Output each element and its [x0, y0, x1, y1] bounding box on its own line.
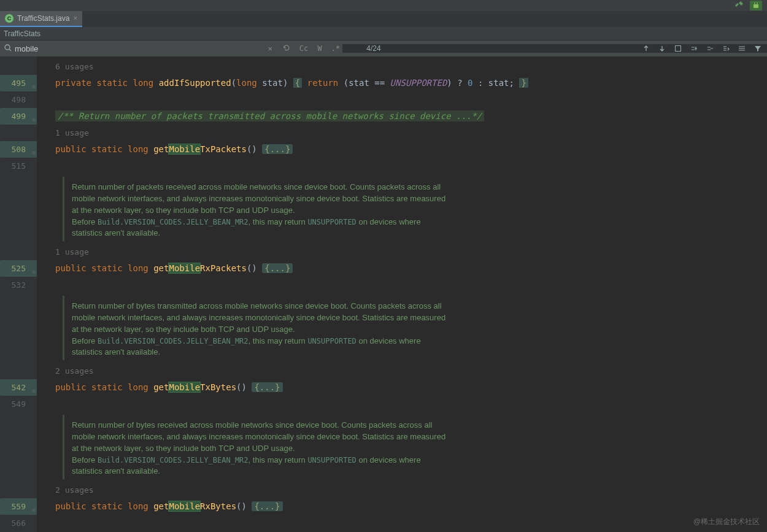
watermark: @稀土掘金技术社区	[693, 517, 760, 527]
svg-point-1	[754, 2, 755, 4]
select-all-icon[interactable]	[673, 45, 684, 52]
build-icon[interactable]	[734, 1, 744, 10]
javadoc-inline: Return number of bytes received across m…	[63, 415, 455, 479]
code-editor[interactable]: 495 498 499 508 515 525 532 542 549 559 …	[0, 56, 767, 532]
code-content[interactable]: 6 usages private static long addIfSuppor…	[37, 56, 767, 532]
breadcrumb-item[interactable]: TrafficStats	[4, 29, 40, 38]
settings-icon[interactable]	[736, 45, 747, 52]
code-line[interactable]: public static long getMobileRxBytes() {.…	[37, 498, 767, 515]
search-input[interactable]	[15, 44, 261, 53]
code-line[interactable]: public static long getMobileTxPackets() …	[37, 141, 767, 158]
line-number: 532	[0, 277, 37, 293]
code-line[interactable]: private static long addIfSupported(long …	[37, 75, 767, 91]
prev-match-icon[interactable]	[641, 45, 652, 52]
regex-toggle[interactable]: .*	[329, 44, 342, 53]
match-counter: 4/24	[346, 44, 401, 53]
line-gutter: 495 498 499 508 515 525 532 542 549 559 …	[0, 56, 37, 532]
find-toolbar: × Cc W .* 4/24	[0, 40, 767, 56]
line-number: 566	[0, 515, 37, 531]
usage-hint[interactable]: 2 usages	[37, 363, 767, 379]
code-line[interactable]: public static long getMobileRxPackets() …	[37, 260, 767, 277]
run-icon[interactable]	[750, 1, 762, 10]
search-history-icon[interactable]	[279, 44, 295, 54]
whole-word-toggle[interactable]: W	[313, 44, 326, 53]
close-tab-icon[interactable]: ×	[73, 14, 77, 23]
editor-tabs: C TrafficStats.java ×	[0, 11, 767, 27]
usage-hint[interactable]: 2 usages	[37, 482, 767, 498]
next-match-icon[interactable]	[657, 45, 668, 52]
tab-trafficstats[interactable]: C TrafficStats.java ×	[0, 11, 82, 27]
svg-rect-5	[676, 46, 681, 52]
code-line[interactable]: public static long getMobileTxBytes() {.…	[37, 379, 767, 396]
line-number: 498	[0, 91, 37, 108]
line-number: 559	[0, 498, 37, 515]
line-number: 508	[0, 141, 37, 158]
svg-point-2	[757, 2, 758, 4]
usage-hint[interactable]: 6 usages	[37, 58, 767, 75]
svg-line-4	[9, 49, 11, 51]
line-number: 515	[0, 158, 37, 174]
usage-hint[interactable]: 1 usage	[37, 125, 767, 141]
code-line[interactable]: /** Return number of packets transmitted…	[37, 108, 767, 125]
svg-point-3	[5, 45, 10, 50]
tab-label: TrafficStats.java	[17, 14, 69, 23]
line-number: 525	[0, 260, 37, 277]
clear-search-icon[interactable]: ×	[264, 44, 276, 53]
line-number: 495	[0, 75, 37, 91]
line-number: 549	[0, 396, 37, 412]
javadoc-inline: Return number of bytes transmitted acros…	[63, 296, 455, 360]
match-case-toggle[interactable]: Cc	[297, 44, 310, 53]
select-occurrences-icon[interactable]	[720, 45, 731, 52]
breadcrumb[interactable]: TrafficStats	[0, 27, 767, 40]
line-number: 542	[0, 379, 37, 396]
line-number: 499	[0, 108, 37, 125]
javadoc-inline: Return number of packets received across…	[63, 177, 455, 241]
java-class-icon: C	[5, 14, 13, 23]
svg-rect-0	[754, 4, 758, 8]
search-icon	[4, 44, 12, 54]
remove-selection-icon[interactable]	[704, 45, 715, 52]
filter-icon[interactable]	[752, 45, 763, 52]
add-selection-icon[interactable]	[688, 45, 700, 52]
usage-hint[interactable]: 1 usage	[37, 244, 767, 260]
top-toolbar	[0, 0, 767, 11]
